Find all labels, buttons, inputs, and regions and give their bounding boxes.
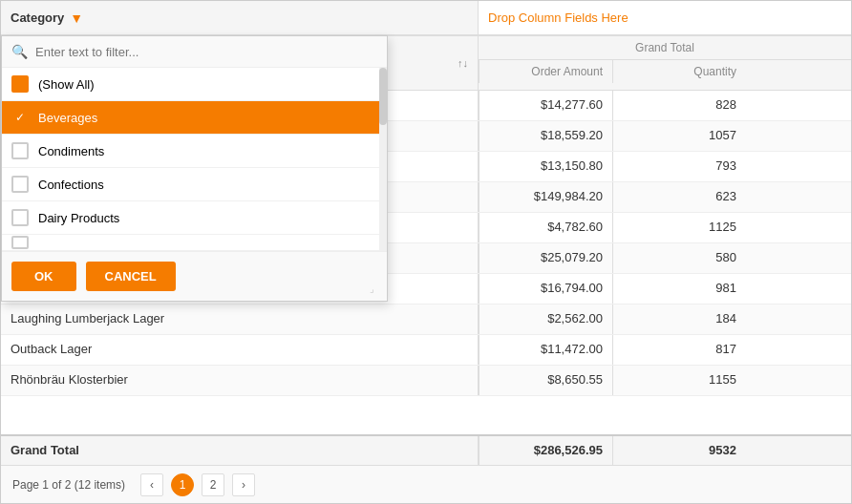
row-amount: $16,794.00 [479,274,612,304]
grand-total-label: Grand Total [1,436,479,465]
ok-button[interactable]: OK [11,262,76,291]
row-amount: $4,782.60 [479,213,612,242]
table-row: Outback Lager $11,472.00 817 [1,335,851,366]
grand-total-header: Grand Total [479,36,851,60]
scrollbar-track[interactable] [379,68,387,251]
category-header-row: Category ▼ [1,1,478,35]
top-section: Category ▼ Drop Column Fields Here [1,1,851,36]
filter-dropdown: 🔍 (Show All) ✓ Beverages Condiments [1,35,388,302]
dropdown-item-dairy-products[interactable]: Dairy Products [2,201,387,235]
sort-icon[interactable]: ↑↓ [458,57,468,69]
row-qty: 580 [612,243,746,273]
condiments-label: Condiments [38,144,104,158]
pagination: Page 1 of 2 (12 items) ‹ 1 2 › [1,465,851,503]
grand-total-qty: 9532 [612,436,746,465]
filter-icon[interactable]: ▼ [70,10,83,26]
quantity-header: Quantity [612,60,746,83]
beverages-label: Beverages [38,111,97,125]
grand-total-row: Grand Total $286,526.95 9532 [1,434,851,465]
dairy-checkbox[interactable] [11,209,29,226]
row-amount: $8,650.55 [479,366,612,395]
row-amount: $14,277.60 [479,91,612,120]
row-amount: $13,150.80 [479,152,612,181]
row-category: Rhönbräu Klosterbier [1,366,479,395]
beverages-checkbox[interactable]: ✓ [11,109,29,126]
category-header[interactable]: Category ▼ [11,10,83,26]
dropdown-search-row: 🔍 [2,36,387,68]
row-qty: 1057 [612,121,746,151]
row-category: Outback Lager [1,335,479,365]
row-amount: $149,984.20 [479,182,612,212]
row-amount: $25,079.20 [479,243,612,273]
sub-column-headers: Order Amount Quantity [479,60,851,83]
row-amount: $18,559.20 [479,121,612,151]
dairy-label: Dairy Products [38,211,119,225]
dropdown-list: (Show All) ✓ Beverages Condiments Confec… [2,68,387,251]
grand-total-amount: $286,526.95 [479,436,612,465]
confections-label: Confections [38,178,104,192]
page-1-button[interactable]: 1 [171,473,194,496]
confections-checkbox[interactable] [11,176,29,193]
dropdown-item-beverages[interactable]: ✓ Beverages [2,101,387,135]
dropdown-item-partial[interactable] [2,235,387,251]
category-label: Category [11,10,64,25]
row-amount: $2,562.00 [479,304,612,334]
scrollbar-thumb[interactable] [379,68,387,125]
table-row: Rhönbräu Klosterbier $8,650.55 1155 [1,366,851,396]
order-amount-header: Order Amount [479,60,612,83]
row-amount: $11,472.00 [479,335,612,365]
dropdown-item-condiments[interactable]: Condiments [2,135,387,168]
data-column-headers: Grand Total Order Amount Quantity [479,36,851,90]
show-all-label: (Show All) [38,77,95,92]
cancel-button[interactable]: CANCEL [86,262,176,291]
right-column-header: Drop Column Fields Here [479,1,851,35]
row-qty: 184 [612,304,746,334]
next-page-button[interactable]: › [232,473,255,496]
dropdown-item-confections[interactable]: Confections [2,168,387,201]
search-icon: 🔍 [11,44,28,59]
row-qty: 828 [612,91,746,120]
show-all-checkbox[interactable] [11,75,29,93]
row-category: Laughing Lumberjack Lager [1,304,479,334]
prev-page-button[interactable]: ‹ [140,473,163,496]
resize-handle[interactable]: ⌟ [370,284,381,295]
drop-column-zone[interactable]: Drop Column Fields Here [479,1,638,35]
left-column-header: Category ▼ [1,1,479,35]
condiments-checkbox[interactable] [11,142,29,159]
row-qty: 793 [612,152,746,181]
row-qty: 1155 [612,366,746,395]
row-qty: 623 [612,182,746,212]
pagination-info: Page 1 of 2 (12 items) [12,478,125,492]
table-row: Laughing Lumberjack Lager $2,562.00 184 [1,304,851,335]
page-2-button[interactable]: 2 [202,473,224,496]
dropdown-actions: OK CANCEL [2,251,387,301]
row-qty: 817 [612,335,746,365]
partial-checkbox[interactable] [11,236,29,249]
row-qty: 1125 [612,213,746,242]
dropdown-item-show-all[interactable]: (Show All) [2,68,387,101]
main-container: Category ▼ Drop Column Fields Here ↑↓ Gr… [0,0,852,504]
row-qty: 981 [612,274,746,304]
filter-search-input[interactable] [35,45,377,59]
